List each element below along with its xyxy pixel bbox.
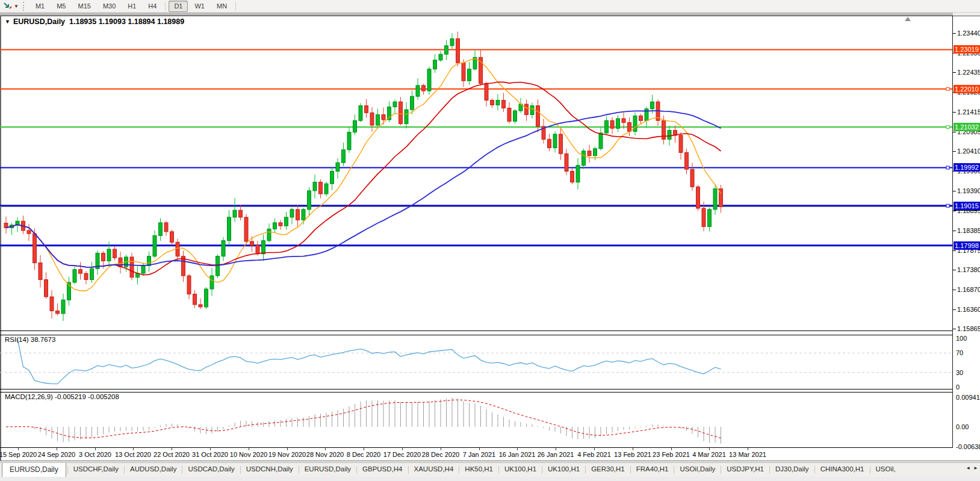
date-axis-tick <box>441 448 441 450</box>
hline-handle-1.22010[interactable] <box>946 87 949 90</box>
date-label: 7 Jan 2021 <box>463 451 495 458</box>
rsi-axis-label: 70 <box>956 349 963 357</box>
price-axis-tick <box>953 270 956 270</box>
date-label: 15 Sep 2020 <box>0 451 37 458</box>
date-label: 26 Jan 2021 <box>538 451 574 458</box>
tab-hk50-h1[interactable]: HK50,H1 <box>459 463 498 475</box>
tab-usdchf-daily[interactable]: USDCHF,Daily <box>68 463 124 475</box>
tab-usoil-daily[interactable]: USOil,Daily <box>674 463 721 475</box>
chart-tab-bar: EURUSD,DailyUSDCHF,DailyAUDUSD,DailyUSDC… <box>0 462 980 477</box>
hline-price-label-1.17998: 1.17998 <box>954 241 980 250</box>
price-axis-tick <box>953 33 956 34</box>
macd-axis-label: -0.006386 <box>956 442 980 451</box>
date-label: 3 Oct 2020 <box>79 451 111 458</box>
tab-uk100-h1[interactable]: UK100,H1 <box>542 463 585 475</box>
date-axis-tick <box>325 448 326 450</box>
tab-dj30-daily[interactable]: DJ30,Daily <box>770 463 814 475</box>
price-axis-tick <box>953 112 956 113</box>
mt4-terminal: ▼ M1M5M15M30H1H4D1W1MN ▼EURUSD,Daily 1.1… <box>0 0 980 481</box>
tab-audusd-daily[interactable]: AUDUSD,Daily <box>125 463 182 475</box>
date-axis-tick <box>479 448 480 450</box>
date-label: 13 Mar 2021 <box>729 451 766 458</box>
macd-panel-canvas[interactable] <box>0 392 952 448</box>
tab-xauusd-h4[interactable]: XAUUSD,H4 <box>409 463 459 475</box>
main-chart-canvas[interactable] <box>0 16 952 331</box>
date-label: 10 Nov 2020 <box>230 451 267 458</box>
date-axis-tick <box>671 448 672 450</box>
hline-handle-1.21032[interactable] <box>946 126 949 129</box>
timeframe-button-h4[interactable]: H4 <box>143 1 162 12</box>
chart-symbol-period: EURUSD,Daily <box>13 17 65 26</box>
date-axis-tick <box>210 448 211 450</box>
tab-china300-h1[interactable]: CHINA300,H1 <box>815 463 870 475</box>
toolbar-divider <box>165 2 166 11</box>
tab-ger30-h1[interactable]: GER30,H1 <box>586 463 630 475</box>
macd-indicator-label: MACD(12,26,9) -0.005219 -0.005208 <box>5 393 119 400</box>
date-label: 24 Sep 2020 <box>38 451 75 458</box>
date-label: 16 Jan 2021 <box>499 451 536 458</box>
date-label: 13 Feb 2021 <box>614 451 651 458</box>
timeframe-button-d1[interactable]: D1 <box>169 1 188 12</box>
timeframe-button-mn[interactable]: MN <box>211 1 232 12</box>
timeframe-button-m1[interactable]: M1 <box>30 1 50 12</box>
timeframe-button-m30[interactable]: M30 <box>98 1 121 12</box>
tab-scroll-controls: ◄ ► <box>963 465 978 471</box>
price-axis-tick <box>953 290 956 290</box>
timeframe-button-m5[interactable]: M5 <box>51 1 71 12</box>
tab-fra40-h1[interactable]: FRA40,H1 <box>631 463 674 475</box>
date-axis-tick <box>517 448 518 450</box>
toolbar-divider <box>235 2 236 11</box>
hline-handle-1.19015[interactable] <box>946 204 949 207</box>
tab-scroll-right-icon[interactable]: ► <box>973 465 978 471</box>
tab-usdjpy-h1[interactable]: USDJPY,H1 <box>721 463 769 475</box>
date-label: 8 Dec 2020 <box>347 451 380 458</box>
price-axis-tick <box>953 132 956 132</box>
tab-usdcad-daily[interactable]: USDCAD,Daily <box>182 463 240 475</box>
date-axis-tick <box>133 448 134 450</box>
rsi-panel-canvas[interactable] <box>0 335 952 389</box>
macd-axis-label: 0.009412 <box>956 393 980 402</box>
timeframe-button-w1[interactable]: W1 <box>189 1 210 12</box>
title-triangle-icon[interactable]: ▼ <box>5 19 10 25</box>
rsi-indicator-label: RSI(14) 38.7673 <box>5 336 55 343</box>
hline-price-label-1.19015: 1.19015 <box>954 202 980 210</box>
tab-gbpusd-h4[interactable]: GBPUSD,H4 <box>357 463 408 475</box>
hline-handle-1.19992[interactable] <box>946 166 949 169</box>
timeframe-button-m15[interactable]: M15 <box>72 1 96 12</box>
tab-scroll-left-icon[interactable]: ◄ <box>966 465 970 471</box>
tab-usoil[interactable]: USOil, <box>870 463 901 475</box>
hline-price-label-1.22010: 1.22010 <box>954 85 980 93</box>
date-label: 19 Nov 2020 <box>268 451 306 458</box>
tab-eurusd-daily[interactable]: EURUSD,Daily <box>299 463 356 475</box>
date-label: 4 Feb 2021 <box>577 451 611 458</box>
toolbar-grip <box>23 2 26 11</box>
date-label: 31 Oct 2020 <box>192 451 228 458</box>
date-label: 28 Dec 2020 <box>422 451 459 458</box>
date-axis-tick <box>249 448 249 450</box>
chart-tools-icon[interactable] <box>2 1 13 11</box>
hline-price-label-1.21032: 1.21032 <box>954 123 980 131</box>
chart-shift-marker[interactable] <box>905 17 911 21</box>
tab-eurusd-daily-active[interactable]: EURUSD,Daily <box>2 462 66 477</box>
date-axis-tick <box>95 448 96 450</box>
price-grid-label: 1.16870 <box>957 285 980 294</box>
date-label: 22 Oct 2020 <box>154 451 190 458</box>
panel-divider[interactable] <box>0 331 952 335</box>
tab-usdcnh-daily[interactable]: USDCNH,Daily <box>241 463 299 475</box>
date-axis-tick <box>57 448 57 450</box>
date-label: 23 Feb 2021 <box>653 451 690 458</box>
dropdown-caret-icon[interactable]: ▼ <box>14 4 19 9</box>
price-axis-tick <box>953 211 956 211</box>
tab-uk100-h1[interactable]: UK100,H1 <box>499 463 542 475</box>
timeframe-button-h1[interactable]: H1 <box>122 1 141 12</box>
price-axis-tick <box>953 231 956 231</box>
price-grid-label: 1.17380 <box>957 265 980 274</box>
price-axis-tick <box>953 329 956 329</box>
date-axis-tick <box>594 448 595 450</box>
panel-divider[interactable] <box>0 389 952 392</box>
price-grid-label: 1.16360 <box>957 305 980 314</box>
rsi-axis-label: 30 <box>956 368 963 377</box>
hline-price-label-1.19992: 1.19992 <box>954 163 980 172</box>
price-grid-label: 1.22435 <box>957 68 980 76</box>
top-toolbar: ▼ M1M5M15M30H1H4D1W1MN <box>0 0 980 13</box>
